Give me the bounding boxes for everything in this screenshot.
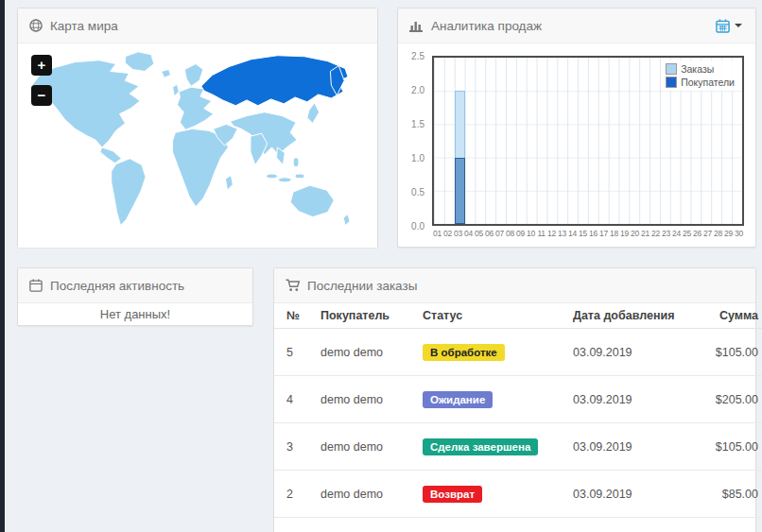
world-map-title: Карта мира [50,19,118,33]
order-customer: demo demo [313,518,415,532]
order-date: 03.09.2019 [565,376,692,423]
map-zoom-in-button[interactable]: + [31,55,52,76]
x-tick-label: 15 [578,229,588,238]
map-zoom-out-button[interactable]: − [31,85,52,106]
status-badge: Сделка завершена [423,438,538,455]
order-status: Сделка завершена [415,423,565,471]
x-tick-label: 01 [432,229,442,238]
x-tick-label: 19 [619,229,630,238]
x-tick-label: 29 [723,229,734,238]
col-header-status: Статус [415,303,565,329]
map-indonesia-1[interactable] [267,174,278,179]
map-south-america[interactable] [112,159,146,226]
x-tick-label: 17 [598,229,609,238]
col-header-customer: Покупатель [313,303,415,329]
order-total: $205.00 [692,376,762,423]
x-tick-label: 27 [702,229,713,238]
chart-y-axis: 0.00.51.01.52.02.5 [398,56,426,226]
orders-table-body: 5demo demoВ обработке03.09.2019$105.004d… [274,329,762,532]
order-row: 1demo demoДоставлено03.09.2019$106.00 [274,518,762,532]
order-row: 2demo demoВозврат03.09.2019$85.00 [274,471,762,518]
orders-table-header-row: № Покупатель Статус Дата добавления Сумм… [274,303,762,329]
x-tick-label: 20 [630,229,640,238]
x-tick-label: 12 [546,229,557,238]
x-tick-label: 24 [671,229,682,238]
map-philippines[interactable] [293,158,299,167]
sales-analytics-panel: Аналитика продаж 0.00.51.01.52.02.5 Зака… [397,8,756,248]
map-madagascar[interactable] [225,175,233,190]
x-tick-label: 06 [484,229,494,238]
order-number: 3 [274,423,313,471]
legend-label: Покупатели [681,76,735,89]
x-tick-label: 26 [692,229,702,238]
order-customer: demo demo [313,423,415,471]
world-map-svg[interactable] [18,43,377,248]
sales-chart: 0.00.51.01.52.02.5 ЗаказыПокупатели 0102… [398,43,755,248]
map-europe[interactable] [177,87,213,129]
order-total: $105.00 [692,329,762,376]
map-russia-highlighted[interactable] [201,56,348,106]
bar-chart-icon [409,20,424,32]
legend-swatch [666,77,677,88]
x-tick-label: 09 [515,229,526,238]
col-header-number: № [274,303,313,329]
y-tick-label: 1.0 [411,153,424,163]
recent-activity-panel: Последняя активность Нет данных! [17,267,253,326]
bar-Покупатели [455,158,465,224]
y-tick-label: 1.5 [411,119,424,129]
order-customer: demo demo [313,376,415,423]
x-tick-label: 10 [526,229,536,238]
map-india[interactable] [251,133,268,164]
order-date: 03.09.2019 [565,471,692,518]
order-date: 03.09.2019 [565,518,692,532]
status-badge: Ожидание [423,391,493,408]
map-scandinavia[interactable] [184,64,203,87]
shopping-cart-icon [286,279,300,292]
order-total: $106.00 [692,518,762,532]
globe-icon [29,19,43,32]
latest-orders-heading: Последнии заказы [274,268,755,303]
x-tick-label: 23 [661,229,671,238]
map-indonesia-3[interactable] [295,174,304,179]
x-tick-label: 03 [453,229,463,238]
col-header-total: Сумма [692,303,762,329]
x-tick-label: 16 [588,229,598,238]
order-number: 1 [274,518,313,532]
col-header-date: Дата добавления [565,303,692,329]
y-tick-label: 2.0 [411,85,424,95]
x-tick-label: 25 [682,229,692,238]
x-tick-label: 05 [474,229,484,238]
recent-activity-empty-message: Нет данных! [18,303,252,325]
map-uk[interactable] [172,84,179,96]
recent-activity-title: Последняя активность [50,279,184,293]
latest-orders-title: Последнии заказы [307,279,417,293]
order-total: $85.00 [692,471,762,518]
sales-analytics-title: Аналитика продаж [431,19,542,33]
chart-x-axis: 0102030405060708091011121314151617181920… [432,229,744,238]
map-greenland[interactable] [125,52,153,72]
map-central-america[interactable] [100,147,122,163]
order-customer: demo demo [313,329,415,376]
world-map-panel: Карта мира + − [17,8,378,248]
order-number: 5 [274,329,313,376]
map-australia[interactable] [290,185,334,216]
map-new-zealand[interactable] [343,215,350,226]
status-badge: В обработке [423,344,505,361]
order-status: Доставлено [415,518,565,532]
x-tick-label: 07 [494,229,505,238]
world-map[interactable]: + − [18,43,377,248]
chart-plot-area: ЗаказыПокупатели [432,56,744,226]
x-tick-label: 14 [567,229,578,238]
map-japan[interactable] [307,103,320,124]
chart-legend: ЗаказыПокупатели [662,60,738,91]
status-badge: Возврат [423,486,482,503]
date-range-dropdown-button[interactable] [714,17,744,35]
legend-label: Заказы [681,62,714,76]
x-tick-label: 04 [463,229,474,238]
map-iceland[interactable] [162,69,171,77]
x-tick-label: 11 [536,229,546,238]
x-tick-label: 22 [650,229,661,238]
map-indonesia-2[interactable] [278,178,291,182]
order-status: Возврат [415,471,565,518]
order-date: 03.09.2019 [565,329,692,376]
